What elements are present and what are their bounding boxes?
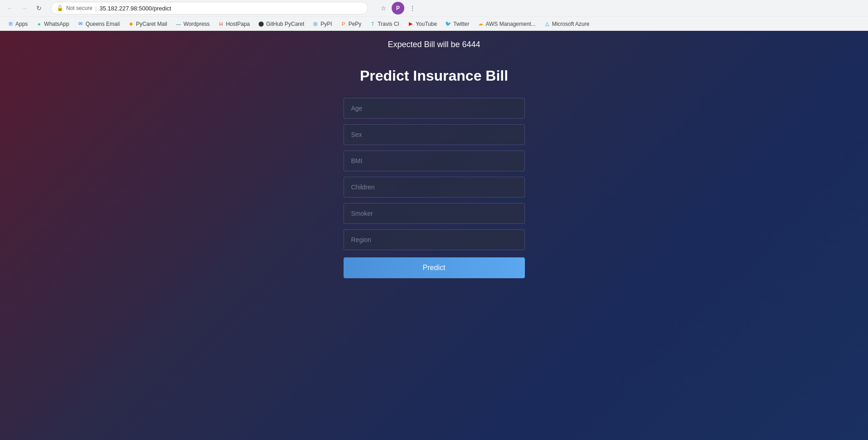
bookmark-hostpapa-label: HostPapa [226, 21, 250, 27]
bmi-input[interactable] [344, 150, 525, 171]
not-secure-label: Not secure [66, 5, 92, 11]
browser-toolbar: ← → ↻ 🔓 Not secure | 35.182.227.98:5000/… [0, 0, 868, 16]
forward-button[interactable]: → [18, 2, 31, 15]
bookmark-pepy-label: PePy [349, 21, 362, 27]
form-title: Predict Insurance Bill [360, 68, 508, 84]
bookmark-twitter-label: Twitter [453, 21, 469, 27]
bookmark-pycaret-mail[interactable]: ◆ PyCaret Mail [124, 20, 171, 28]
twitter-icon: 🐦 [445, 21, 451, 27]
profile-button[interactable]: P [392, 2, 404, 15]
back-button[interactable]: ← [4, 2, 16, 15]
predict-button[interactable]: Predict [344, 257, 525, 278]
bookmark-queens-label: Queens Email [86, 21, 120, 27]
wordpress-icon: — [175, 21, 182, 27]
aws-icon: ☁ [477, 21, 484, 27]
bookmark-twitter[interactable]: 🐦 Twitter [441, 20, 473, 28]
bookmark-azure-label: Microsoft Azure [552, 21, 590, 27]
bookmark-pepy[interactable]: P PePy [337, 20, 365, 28]
travis-icon: T [369, 21, 376, 27]
bookmark-aws-label: AWS Management... [485, 21, 535, 27]
bookmark-wordpress[interactable]: — Wordpress [172, 20, 213, 28]
bookmark-youtube[interactable]: ▶ YouTube [404, 20, 441, 28]
bookmark-pypi-label: PyPI [320, 21, 332, 27]
browser-chrome: ← → ↻ 🔓 Not secure | 35.182.227.98:5000/… [0, 0, 868, 31]
pepy-icon: P [340, 21, 347, 27]
pypi-icon: ◎ [312, 21, 319, 27]
result-text: Expected Bill will be 6444 [388, 40, 480, 49]
bookmark-travis[interactable]: T Travis CI [366, 20, 403, 28]
region-input[interactable] [344, 229, 525, 250]
whatsapp-icon: ● [36, 21, 42, 27]
queens-email-icon: ✉ [78, 21, 84, 27]
bookmark-github-pycaret[interactable]: ⬤ GitHub PyCaret [254, 20, 308, 28]
apps-icon: ⊞ [7, 21, 14, 27]
github-icon: ⬤ [258, 21, 264, 27]
children-input[interactable] [344, 177, 525, 198]
address-bar[interactable]: 🔓 Not secure | 35.182.227.98:5000/predic… [51, 2, 368, 15]
bookmark-wordpress-label: Wordpress [184, 21, 210, 27]
bookmark-whatsapp-label: WhatsApp [44, 21, 69, 27]
star-button[interactable]: ☆ [377, 2, 390, 15]
url-text: 35.182.227.98:5000/predict [99, 5, 171, 12]
separator: | [95, 5, 97, 12]
bookmarks-bar: ⊞ Apps ● WhatsApp ✉ Queens Email ◆ PyCar… [0, 16, 868, 31]
lock-icon: 🔓 [57, 5, 63, 11]
bookmark-azure[interactable]: △ Microsoft Azure [540, 20, 593, 28]
sex-input[interactable] [344, 124, 525, 145]
bookmark-github-label: GitHub PyCaret [266, 21, 304, 27]
bookmark-queens-email[interactable]: ✉ Queens Email [74, 20, 123, 28]
hostpapa-icon: H [218, 21, 224, 27]
toolbar-right: ☆ P ⋮ [377, 2, 419, 15]
bookmark-travis-label: Travis CI [378, 21, 399, 27]
azure-icon: △ [544, 21, 550, 27]
bookmark-pycaret-label: PyCaret Mail [136, 21, 167, 27]
reload-button[interactable]: ↻ [33, 2, 45, 15]
bookmark-pypi[interactable]: ◎ PyPI [309, 20, 335, 28]
smoker-input[interactable] [344, 203, 525, 224]
bookmark-apps-label: Apps [15, 21, 28, 27]
bookmark-whatsapp[interactable]: ● WhatsApp [32, 20, 73, 28]
form-container: Predict Insurance Bill Predict [339, 68, 529, 278]
age-input[interactable] [344, 98, 525, 119]
bookmark-apps[interactable]: ⊞ Apps [4, 20, 31, 28]
page-content: Expected Bill will be 6444 Predict Insur… [0, 31, 868, 440]
bookmark-hostpapa[interactable]: H HostPapa [214, 20, 254, 28]
menu-button[interactable]: ⋮ [406, 2, 419, 15]
bookmark-youtube-label: YouTube [416, 21, 437, 27]
youtube-icon: ▶ [407, 21, 414, 27]
pycaret-mail-icon: ◆ [128, 21, 134, 27]
bookmark-aws[interactable]: ☁ AWS Management... [474, 20, 539, 28]
